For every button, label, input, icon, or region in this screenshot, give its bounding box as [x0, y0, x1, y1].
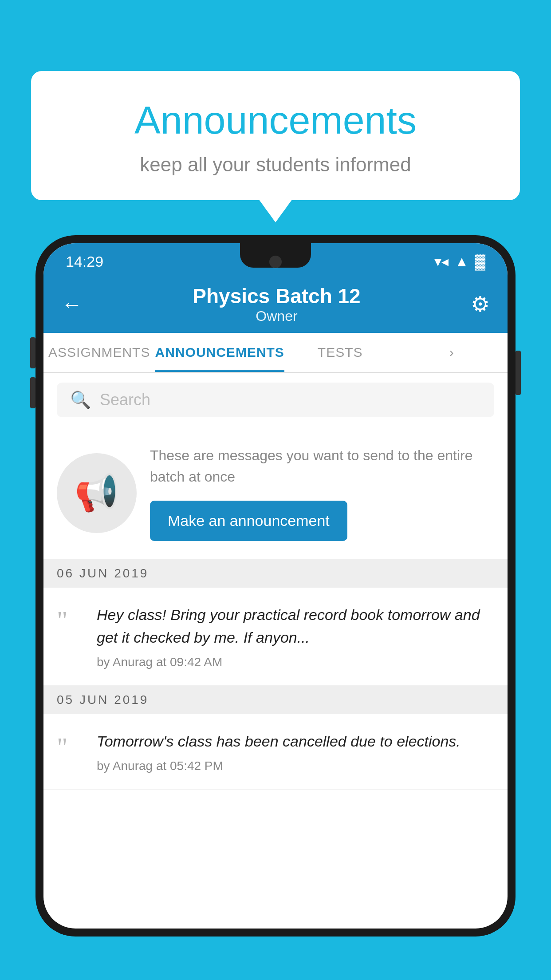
speech-bubble-section: Announcements keep all your students inf… [31, 71, 520, 200]
search-icon: 🔍 [70, 390, 91, 410]
announcement-text-2: Tomorrow's class has been cancelled due … [97, 730, 494, 753]
announcement-meta-1: by Anurag at 09:42 AM [97, 655, 494, 669]
search-container: 🔍 Search [43, 373, 508, 427]
status-icons: ▾◂ ▲ ▓ [434, 253, 485, 270]
search-box[interactable]: 🔍 Search [57, 383, 494, 417]
tab-more[interactable]: › [396, 333, 508, 372]
promo-section: 📢 These are messages you want to send to… [43, 427, 508, 559]
announcement-meta-2: by Anurag at 05:42 PM [97, 759, 494, 773]
speech-bubble-card: Announcements keep all your students inf… [31, 71, 520, 200]
announcement-content-2: Tomorrow's class has been cancelled due … [97, 730, 494, 773]
volume-up-button [30, 337, 35, 368]
signal-icon: ▲ [455, 253, 469, 270]
power-button [516, 351, 521, 395]
quote-icon-2: " [57, 730, 83, 760]
volume-down-button [30, 377, 35, 408]
phone-wrapper: 14:29 ▾◂ ▲ ▓ ← Physics Batch 12 Owner ⚙ [35, 235, 516, 980]
quote-icon-1: " [57, 604, 83, 634]
make-announcement-button[interactable]: Make an announcement [150, 501, 347, 541]
announcement-item-1: " Hey class! Bring your practical record… [43, 588, 508, 686]
header-title: Physics Batch 12 [193, 284, 360, 308]
megaphone-icon: 📢 [75, 472, 119, 514]
megaphone-circle: 📢 [57, 453, 137, 533]
app-header: ← Physics Batch 12 Owner ⚙ [43, 275, 508, 333]
status-time: 14:29 [66, 253, 103, 270]
date-separator-2: 05 JUN 2019 [43, 686, 508, 714]
tabs-bar: ASSIGNMENTS ANNOUNCEMENTS TESTS › [43, 333, 508, 373]
tab-announcements[interactable]: ANNOUNCEMENTS [155, 333, 284, 372]
promo-description: These are messages you want to send to t… [150, 445, 494, 487]
battery-icon: ▓ [475, 253, 485, 270]
tab-assignments[interactable]: ASSIGNMENTS [43, 333, 155, 372]
phone-screen: 14:29 ▾◂ ▲ ▓ ← Physics Batch 12 Owner ⚙ [43, 243, 508, 929]
date-separator-1: 06 JUN 2019 [43, 559, 508, 588]
tab-tests[interactable]: TESTS [284, 333, 396, 372]
search-placeholder: Search [100, 391, 150, 409]
phone-notch [240, 243, 311, 268]
announcement-content-1: Hey class! Bring your practical record b… [97, 604, 494, 669]
gear-icon[interactable]: ⚙ [471, 292, 490, 316]
phone-outer: 14:29 ▾◂ ▲ ▓ ← Physics Batch 12 Owner ⚙ [35, 235, 516, 937]
phone-camera [269, 256, 282, 268]
announcement-item-2: " Tomorrow's class has been cancelled du… [43, 714, 508, 790]
bubble-subtitle: keep all your students informed [49, 154, 502, 176]
wifi-icon: ▾◂ [434, 253, 449, 270]
promo-text-area: These are messages you want to send to t… [150, 445, 494, 541]
header-subtitle: Owner [193, 308, 360, 324]
announcement-text-1: Hey class! Bring your practical record b… [97, 604, 494, 649]
back-button[interactable]: ← [61, 292, 83, 316]
header-center: Physics Batch 12 Owner [193, 284, 360, 324]
bubble-title: Announcements [49, 98, 502, 143]
